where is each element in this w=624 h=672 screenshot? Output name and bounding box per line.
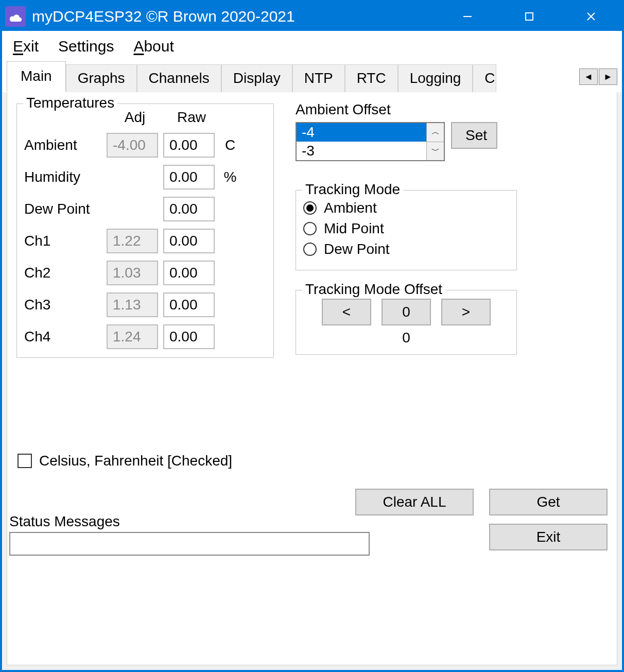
unit-checkbox[interactable]: Celsius, Fahrenheit [Checked] [18, 453, 232, 469]
radio-label: Dew Point [324, 241, 390, 257]
app-icon [5, 6, 26, 27]
close-button[interactable] [560, 2, 622, 31]
tab-ntp[interactable]: NTP [292, 64, 345, 92]
tab-logging[interactable]: Logging [398, 64, 473, 92]
unit-checkbox-label: Celsius, Fahrenheit [Checked] [39, 453, 232, 469]
window-title: myDCP4ESP32 ©R Brown 2020-2021 [32, 8, 437, 25]
tab-scroll-right[interactable]: ► [599, 68, 617, 85]
exit-button[interactable]: Exit [489, 524, 608, 550]
ambient-offset-option[interactable]: -3 [297, 142, 426, 160]
clear-all-button[interactable]: Clear ALL [355, 489, 474, 515]
tracking-mode-group: Tracking Mode Ambient Mid Point Dew Poin… [296, 190, 517, 270]
tracking-mode-ambient[interactable]: Ambient [303, 200, 509, 216]
temperatures-group: Temperatures Adj Raw Ambient -4.00 0.00 … [16, 104, 274, 358]
maximize-button[interactable] [498, 2, 560, 31]
ambient-adj: -4.00 [107, 133, 158, 158]
tab-display[interactable]: Display [221, 64, 292, 92]
ch1-adj: 1.22 [107, 229, 158, 253]
humidity-unit: % [220, 169, 240, 185]
minimize-button[interactable] [437, 2, 498, 31]
ch4-raw[interactable]: 0.00 [163, 324, 215, 349]
ch3-adj: 1.13 [107, 292, 158, 317]
tmo-increment-button[interactable]: > [441, 299, 491, 325]
tmo-decrement-button[interactable]: < [322, 299, 371, 325]
ambient-offset-spinner[interactable]: -4 -3 ︿ ﹀ [296, 122, 445, 161]
row-ch3-label: Ch3 [24, 297, 107, 313]
ch4-adj: 1.24 [107, 324, 158, 349]
tab-overflow[interactable]: C [473, 64, 496, 92]
tracking-mode-offset-legend: Tracking Mode Offset [302, 281, 445, 298]
ambient-offset-label: Ambient Offset [296, 101, 517, 118]
tab-main[interactable]: Main [7, 61, 66, 92]
dewpoint-raw[interactable]: 0.00 [163, 197, 215, 221]
checkbox-icon[interactable] [18, 454, 32, 468]
status-messages-field[interactable] [9, 532, 370, 556]
ambient-unit: C [220, 137, 240, 153]
tmo-current-value: 0 [303, 330, 509, 346]
radio-label: Mid Point [324, 220, 384, 237]
temperatures-legend: Temperatures [23, 95, 117, 111]
row-ch1-label: Ch1 [24, 233, 107, 249]
adj-header: Adj [107, 109, 163, 126]
tracking-mode-dewpoint[interactable]: Dew Point [303, 241, 509, 257]
ch2-adj: 1.03 [107, 261, 158, 285]
row-humidity-label: Humidity [24, 169, 107, 185]
ambient-offset-option-selected[interactable]: -4 [297, 123, 426, 142]
status-label: Status Messages [9, 513, 370, 530]
row-ambient-label: Ambient [24, 137, 107, 153]
menu-exit[interactable]: Exit [13, 38, 39, 55]
svg-rect-1 [526, 13, 533, 20]
tmo-value-display: 0 [382, 299, 431, 325]
menu-about[interactable]: About [133, 38, 174, 55]
ch1-raw[interactable]: 0.00 [163, 229, 215, 253]
spinner-up-icon[interactable]: ︿ [426, 123, 444, 142]
spinner-down-icon[interactable]: ﹀ [426, 142, 444, 161]
tab-panel-main: Temperatures Adj Raw Ambient -4.00 0.00 … [7, 92, 617, 665]
tracking-mode-midpoint[interactable]: Mid Point [303, 220, 509, 237]
title-bar: myDCP4ESP32 ©R Brown 2020-2021 [2, 2, 622, 31]
row-ch4-label: Ch4 [24, 329, 107, 345]
ambient-raw[interactable]: 0.00 [163, 133, 215, 158]
menu-settings[interactable]: Settings [58, 38, 114, 55]
humidity-raw[interactable]: 0.00 [163, 165, 215, 189]
ch3-raw[interactable]: 0.00 [163, 292, 215, 317]
tab-graphs[interactable]: Graphs [66, 64, 137, 92]
row-ch2-label: Ch2 [24, 265, 107, 281]
tab-rtc[interactable]: RTC [345, 64, 398, 92]
radio-label: Ambient [324, 200, 377, 216]
set-button[interactable]: Set [451, 122, 497, 149]
row-dewpoint-label: Dew Point [24, 201, 107, 217]
ch2-raw[interactable]: 0.00 [163, 261, 215, 285]
menu-bar: Exit Settings About [3, 31, 621, 61]
tab-channels[interactable]: Channels [137, 64, 221, 92]
raw-header: Raw [163, 109, 220, 126]
get-button[interactable]: Get [489, 489, 608, 515]
tracking-mode-legend: Tracking Mode [302, 181, 403, 198]
tab-bar: Main Graphs Channels Display NTP RTC Log… [3, 61, 621, 92]
tab-scroll-left[interactable]: ◄ [579, 68, 598, 85]
tracking-mode-offset-group: Tracking Mode Offset < 0 > 0 [296, 290, 517, 355]
